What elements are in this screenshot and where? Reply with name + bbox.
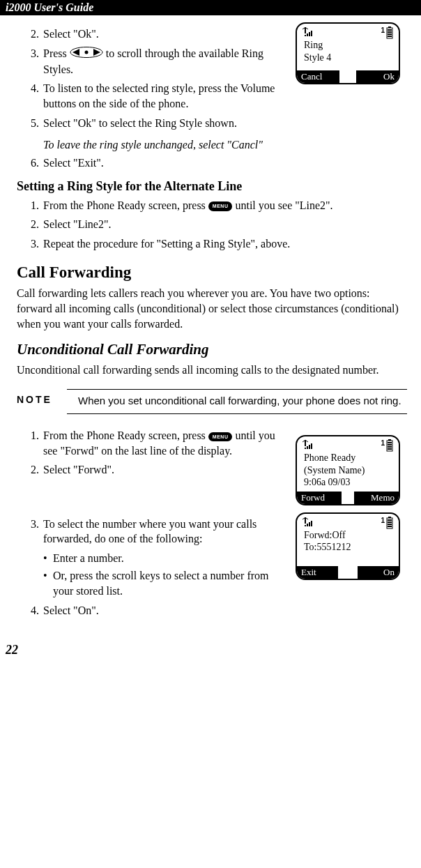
step-item: 2. Select "Line2".: [17, 217, 407, 232]
bullet-item: • Or, press the scroll keys to select a …: [43, 568, 289, 598]
scroll-key-icon: [70, 47, 103, 62]
step-item: 3. To select the number where you want y…: [17, 517, 289, 547]
softkey-right: On: [358, 566, 399, 579]
svg-rect-6: [311, 31, 312, 36]
step-item: 3. Press to scroll through the available…: [17, 46, 289, 77]
menu-key-icon: MENU: [208, 201, 233, 211]
svg-rect-34: [388, 526, 392, 527]
paragraph: Call forwarding lets callers reach you w…: [17, 286, 407, 331]
svg-rect-26: [307, 524, 308, 526]
signal-icon: [303, 26, 315, 38]
screen-line: Forwd:Off: [297, 529, 399, 542]
svg-rect-31: [388, 519, 392, 521]
bullet-icon: •: [43, 551, 53, 566]
softkey-left: Cancl: [297, 70, 339, 83]
bullet-icon: •: [43, 568, 53, 598]
battery-icon: [386, 517, 393, 529]
screen-line: Phone Ready: [297, 452, 399, 464]
battery-icon: [386, 439, 393, 452]
step-item: 1. From the Phone Ready screen, press ME…: [17, 198, 407, 213]
step-item: 2. Select "Ok".: [17, 26, 289, 42]
bullet-item: • Enter a number.: [43, 551, 289, 566]
guide-title: i2000 User's Guide: [6, 1, 93, 13]
svg-rect-12: [388, 36, 392, 37]
signal-icon: [303, 517, 315, 528]
svg-rect-14: [305, 448, 306, 449]
svg-rect-28: [311, 521, 312, 526]
svg-rect-15: [307, 446, 308, 449]
screen-line: (System Name): [297, 464, 399, 477]
step-item: 5. Select "Ok" to select the Ring Style …: [17, 116, 289, 131]
header-bar: i2000 User's Guide: [0, 0, 421, 15]
svg-rect-21: [388, 444, 392, 446]
svg-rect-23: [388, 448, 392, 450]
step-item: 4. Select "On".: [17, 603, 289, 618]
step-item: 3. Repeat the procedure for "Setting a R…: [17, 236, 407, 252]
phone-screen-ring: 1 Ring: [296, 22, 400, 84]
step-item: 4. To listen to the selected ring style,…: [17, 81, 289, 111]
svg-point-1: [84, 51, 88, 54]
softkey-left: Forwd: [297, 492, 342, 504]
level-indicator: 1: [381, 439, 385, 447]
step-item: 1. From the Phone Ready screen, press ME…: [17, 428, 289, 458]
screen-line: Style 4: [297, 52, 399, 64]
screen-line: To:5551212: [297, 541, 399, 554]
step-item: 6. Select "Exit".: [17, 155, 407, 171]
phone-screen-forwd: 1 Forwd:Off: [296, 512, 400, 580]
svg-rect-16: [309, 445, 310, 449]
svg-rect-20: [388, 442, 392, 443]
menu-key-icon: MENU: [208, 432, 233, 441]
note-block: NOTE When you set unconditional call for…: [17, 389, 407, 414]
svg-rect-33: [388, 524, 392, 525]
level-indicator: 1: [381, 517, 385, 524]
screen-line: 9:06a 09/03: [297, 476, 399, 489]
note-label: NOTE: [17, 394, 78, 408]
svg-rect-22: [388, 446, 392, 448]
svg-rect-10: [388, 31, 392, 33]
svg-rect-5: [309, 32, 310, 36]
page-content: 2. Select "Ok". 3. Press to scr: [0, 15, 421, 664]
heading-alt-line: Setting a Ring Style for the Alternate L…: [17, 179, 407, 194]
note-text: When you set unconditional call forwardi…: [78, 394, 407, 408]
heading-call-forwarding: Call Forwarding: [17, 264, 407, 282]
paragraph: Unconditional call forwarding sends all …: [17, 363, 407, 378]
step-item: 2. Select "Forwd".: [17, 462, 289, 478]
svg-rect-32: [388, 521, 392, 523]
softkey-bar: Forwd Memo: [297, 492, 399, 504]
heading-unconditional: Unconditional Call Forwarding: [17, 341, 407, 358]
signal-icon: [303, 439, 315, 450]
svg-rect-3: [305, 35, 306, 36]
softkey-bar: Exit On: [297, 566, 399, 579]
softkey-right: Ok: [356, 70, 399, 83]
page-number: 22: [6, 643, 407, 657]
svg-rect-4: [307, 33, 308, 36]
screen-line: Ring: [297, 39, 399, 52]
svg-rect-25: [305, 525, 306, 526]
svg-rect-17: [311, 443, 312, 449]
softkey-bar: Cancl Ok: [297, 70, 399, 83]
softkey-right: Memo: [354, 492, 399, 504]
battery-icon: [386, 26, 393, 39]
svg-rect-11: [388, 33, 392, 35]
softkey-left: Exit: [297, 566, 338, 579]
phone-screen-ready: 1 Phone Ready: [296, 435, 400, 505]
italic-instruction: To leave the ring style unchanged, selec…: [43, 139, 407, 151]
level-indicator: 1: [381, 26, 385, 34]
svg-rect-27: [309, 522, 310, 526]
svg-rect-9: [388, 29, 392, 31]
